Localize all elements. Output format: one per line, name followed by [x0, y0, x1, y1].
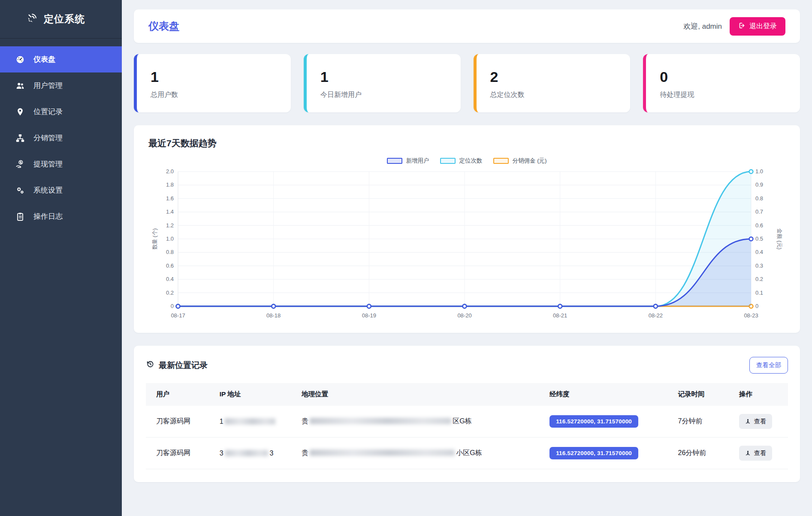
stat-label: 总用户数	[151, 91, 277, 100]
sign-out-icon	[738, 22, 746, 31]
cell-action: 查看	[735, 438, 788, 469]
redacted-ip	[225, 450, 268, 456]
svg-text:0.6: 0.6	[755, 222, 763, 229]
view-button[interactable]: 查看	[739, 414, 772, 429]
svg-text:0.3: 0.3	[755, 263, 763, 269]
stat-value: 2	[490, 69, 617, 85]
legend-item[interactable]: 分销佣金 (元)	[493, 157, 546, 165]
sidebar: 定位系统 仪表盘用户管理位置记录分销管理提现管理系统设置操作日志	[0, 0, 122, 516]
sidebar-item-distribution[interactable]: 分销管理	[0, 125, 122, 151]
stat-label: 待处理提现	[660, 91, 786, 100]
svg-text:0.4: 0.4	[166, 276, 173, 282]
svg-text:0.2: 0.2	[166, 290, 173, 296]
main-content: 仪表盘 欢迎, admin 退出登录 1总用户数1今日新增用户2总定位次数0待处…	[122, 0, 812, 516]
sidebar-item-settings[interactable]: 系统设置	[0, 177, 122, 203]
view-button-label: 查看	[754, 449, 767, 457]
legend-swatch-icon	[493, 158, 509, 164]
svg-text:1.0: 1.0	[166, 235, 173, 242]
chart-title: 最近7天数据趋势	[148, 137, 785, 149]
redacted-location	[310, 450, 455, 456]
table-header-row: 用户IP 地址地理位置经纬度记录时间操作	[146, 383, 788, 406]
cell-location: 贵区G栋	[297, 406, 545, 438]
svg-text:0.4: 0.4	[755, 249, 763, 255]
svg-text:08-18: 08-18	[266, 312, 281, 319]
map-marker-icon	[15, 107, 25, 117]
sidebar-item-label: 系统设置	[33, 185, 63, 195]
svg-text:0: 0	[755, 303, 758, 309]
welcome-text: 欢迎, admin	[683, 21, 722, 31]
stat-value: 1	[320, 69, 447, 85]
records-card: 最新位置记录 查看全部 用户IP 地址地理位置经纬度记录时间操作 刀客源码网1贵…	[134, 346, 800, 482]
stat-card: 1总用户数	[134, 54, 291, 112]
sidebar-menu: 仪表盘用户管理位置记录分销管理提现管理系统设置操作日志	[0, 46, 122, 229]
sidebar-item-logs[interactable]: 操作日志	[0, 203, 122, 229]
topbar-right: 欢迎, admin 退出登录	[683, 17, 785, 36]
stat-value: 1	[151, 69, 277, 85]
cell-user: 刀客源码网	[146, 406, 215, 438]
sidebar-item-label: 仪表盘	[33, 54, 55, 64]
svg-text:08-23: 08-23	[744, 312, 758, 319]
column-header: 操作	[735, 383, 788, 406]
satellite-dish-icon	[26, 12, 38, 26]
svg-text:0.1: 0.1	[755, 290, 763, 296]
cell-user: 刀客源码网	[146, 438, 215, 469]
hand-dollar-icon	[15, 160, 25, 169]
redacted-ip	[225, 418, 275, 425]
gauge-icon	[15, 55, 25, 64]
stat-value: 0	[660, 69, 786, 85]
logout-button[interactable]: 退出登录	[730, 17, 785, 36]
sidebar-item-dashboard[interactable]: 仪表盘	[0, 46, 122, 72]
coordinates-badge: 116.52720000, 31.71570000	[549, 447, 638, 459]
cell-action: 查看	[735, 406, 788, 438]
cell-coordinates: 116.52720000, 31.71570000	[545, 406, 673, 438]
table-row: 刀客源码网33贵小区G栋116.52720000, 31.7157000026分…	[146, 438, 788, 469]
users-icon	[15, 81, 25, 91]
legend-label: 定位次数	[459, 157, 482, 165]
sidebar-item-label: 分销管理	[33, 133, 63, 143]
sidebar-item-locations[interactable]: 位置记录	[0, 99, 122, 125]
svg-text:08-19: 08-19	[362, 312, 376, 319]
street-view-icon	[745, 450, 751, 456]
trend-chart: 000.20.10.40.20.60.30.80.41.00.51.20.61.…	[148, 166, 785, 325]
svg-text:2.0: 2.0	[166, 168, 173, 175]
logout-label: 退出登录	[749, 22, 777, 31]
legend-item[interactable]: 新增用户	[387, 157, 429, 165]
svg-text:0.2: 0.2	[755, 276, 763, 282]
sitemap-icon	[15, 133, 25, 143]
sidebar-item-users[interactable]: 用户管理	[0, 72, 122, 99]
ip-prefix: 1	[220, 418, 223, 425]
legend-item[interactable]: 定位次数	[440, 157, 482, 165]
view-all-button[interactable]: 查看全部	[749, 357, 788, 374]
svg-text:08-17: 08-17	[171, 312, 185, 319]
sidebar-item-label: 提现管理	[33, 159, 63, 169]
chart-legend: 新增用户定位次数分销佣金 (元)	[148, 157, 785, 165]
app-title: 定位系统	[44, 12, 85, 26]
redacted-location	[310, 418, 451, 424]
svg-text:08-20: 08-20	[457, 312, 471, 319]
svg-text:1.4: 1.4	[166, 208, 173, 215]
topbar: 仪表盘 欢迎, admin 退出登录	[134, 9, 800, 43]
cell-ip: 1	[215, 406, 298, 438]
sidebar-item-label: 位置记录	[33, 107, 63, 117]
legend-label: 新增用户	[406, 157, 429, 165]
svg-text:0.8: 0.8	[755, 195, 763, 202]
table-row: 刀客源码网1贵区G栋116.52720000, 31.715700007分钟前查…	[146, 406, 788, 438]
app-layout: 定位系统 仪表盘用户管理位置记录分销管理提现管理系统设置操作日志 仪表盘 欢迎,…	[0, 0, 812, 516]
legend-swatch-icon	[440, 158, 456, 164]
legend-swatch-icon	[387, 158, 402, 164]
legend-label: 分销佣金 (元)	[512, 157, 546, 165]
sidebar-item-withdrawals[interactable]: 提现管理	[0, 151, 122, 177]
svg-text:1.6: 1.6	[166, 195, 173, 202]
column-header: 经纬度	[545, 383, 673, 406]
page-title: 仪表盘	[148, 19, 179, 33]
location-prefix: 贵	[302, 417, 308, 425]
stat-card: 0待处理提现	[643, 54, 800, 112]
column-header: 地理位置	[297, 383, 545, 406]
trend-chart-card: 最近7天数据趋势 新增用户定位次数分销佣金 (元) 000.20.10.40.2…	[134, 125, 800, 333]
stat-label: 总定位次数	[490, 91, 617, 100]
svg-text:1.2: 1.2	[166, 222, 173, 229]
svg-text:0.7: 0.7	[755, 208, 763, 215]
sidebar-item-label: 操作日志	[33, 211, 63, 221]
cell-ip: 33	[215, 438, 298, 469]
view-button[interactable]: 查看	[739, 446, 772, 461]
